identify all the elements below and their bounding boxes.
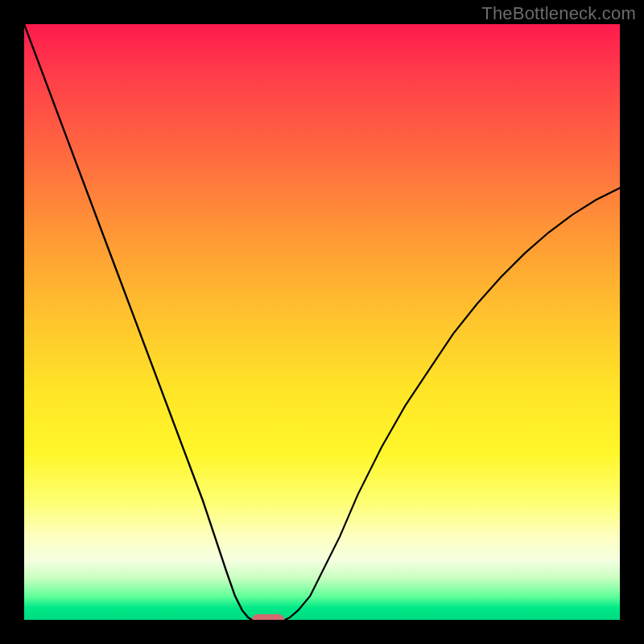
curve-right-branch (285, 188, 620, 621)
plot-area (24, 24, 620, 620)
curve-layer (24, 24, 620, 620)
curve-left-branch (24, 24, 252, 620)
watermark-text: TheBottleneck.com (481, 3, 636, 24)
chart-frame: TheBottleneck.com (0, 0, 644, 644)
